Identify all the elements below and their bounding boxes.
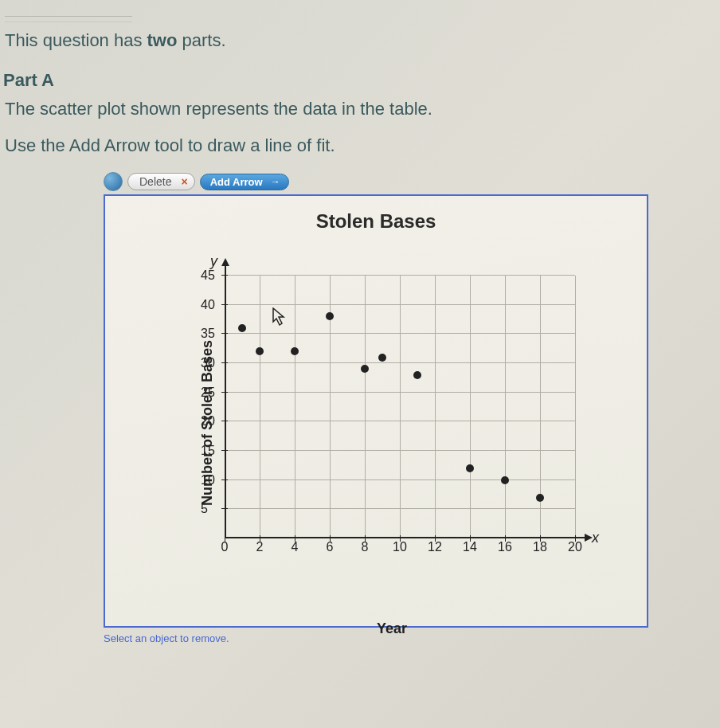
y-axis-arrow-icon [221, 258, 229, 266]
data-point[interactable] [413, 371, 421, 379]
x-axis [225, 537, 591, 538]
close-icon: × [181, 175, 187, 188]
x-tick-label: 14 [463, 540, 477, 554]
grid-line-horizontal [225, 392, 575, 393]
data-point[interactable] [291, 347, 299, 355]
chart-canvas[interactable]: Stolen Bases Number of Stolen Bases y x … [104, 194, 648, 628]
x-axis-label: Year [377, 620, 407, 637]
window-border-fragment [5, 16, 132, 22]
grid-line-vertical [400, 276, 401, 538]
x-tick-label: 2 [256, 540, 264, 554]
grid-line-horizontal [225, 275, 575, 276]
plot-container: Number of Stolen Bases y x 0246810121416… [169, 252, 615, 594]
add-arrow-label: Add Arrow [210, 176, 263, 188]
grid-line-horizontal [225, 333, 575, 334]
delete-button[interactable]: Delete × [127, 173, 195, 190]
tick-mark-y [221, 275, 228, 276]
x-tick-label: 16 [498, 540, 512, 554]
intro-post: parts. [177, 30, 225, 50]
cursor-icon [272, 307, 287, 331]
tick-mark-y [221, 450, 228, 451]
grid-line-horizontal [225, 421, 575, 421]
intro-bold: two [147, 30, 178, 50]
grid-line-horizontal [225, 304, 575, 305]
x-tick-label: 8 [362, 540, 369, 554]
x-tick-label: 4 [292, 540, 299, 554]
tick-mark-y [221, 304, 228, 305]
data-point[interactable] [536, 494, 544, 502]
part-a-line2: Use the Add Arrow tool to draw a line of… [5, 135, 720, 156]
y-tick-label: 30 [201, 356, 215, 370]
grid-line-horizontal [225, 508, 575, 509]
grid-line-horizontal [225, 362, 575, 363]
x-tick-label: 0 [221, 540, 229, 554]
y-tick-label: 45 [201, 268, 215, 283]
question-intro: This question has two parts. [5, 30, 720, 51]
grid-line-vertical [470, 276, 471, 538]
status-text: Select an object to remove. [104, 632, 720, 644]
delete-label: Delete [139, 175, 171, 188]
tick-mark-y [221, 333, 228, 334]
grid-line-vertical [365, 276, 366, 538]
tick-mark-y [221, 362, 228, 363]
data-point[interactable] [361, 365, 369, 373]
data-point[interactable] [378, 354, 386, 362]
y-tick-label: 15 [201, 444, 215, 458]
intro-pre: This question has [5, 30, 147, 50]
grid-line-horizontal [225, 450, 575, 451]
chart-title: Stolen Bases [105, 196, 647, 233]
arrow-right-icon: → [271, 176, 280, 187]
x-tick-label: 6 [327, 540, 334, 554]
x-axis-letter: x [592, 530, 599, 546]
x-tick-label: 12 [428, 540, 442, 554]
y-tick-label: 10 [201, 473, 215, 487]
data-point[interactable] [466, 464, 474, 472]
data-point[interactable] [238, 324, 246, 332]
grid-line-horizontal [225, 479, 575, 480]
x-tick-label: 20 [568, 540, 582, 554]
part-a-line1: The scatter plot shown represents the da… [5, 99, 720, 119]
grid-line-vertical [435, 276, 436, 538]
tick-mark-y [221, 392, 228, 393]
y-axis [225, 260, 226, 538]
y-tick-label: 5 [201, 502, 208, 516]
tick-mark-y [221, 421, 228, 421]
grid-line-vertical [505, 276, 506, 538]
data-point[interactable] [501, 476, 509, 484]
data-point[interactable] [326, 312, 334, 320]
chart-toolbar: Delete × Add Arrow → [104, 172, 720, 191]
tick-mark-y [221, 479, 228, 480]
x-tick-label: 18 [533, 540, 547, 554]
grid-line-vertical [295, 276, 295, 538]
y-axis-letter: y [210, 253, 217, 270]
x-tick-label: 10 [393, 540, 407, 554]
y-tick-label: 20 [201, 414, 215, 429]
y-tick-label: 40 [201, 298, 215, 312]
grid-line-vertical [260, 276, 260, 538]
grid-line-vertical [575, 276, 576, 538]
tool-round-icon[interactable] [104, 172, 123, 191]
add-arrow-button[interactable]: Add Arrow → [200, 174, 289, 190]
y-tick-label: 25 [201, 386, 215, 400]
part-a-label: Part A [3, 70, 720, 91]
y-tick-label: 35 [201, 327, 215, 341]
grid-area[interactable]: y x 0246810121416182051015202530354045 [225, 276, 575, 538]
data-point[interactable] [256, 347, 264, 355]
tick-mark-y [221, 508, 228, 509]
